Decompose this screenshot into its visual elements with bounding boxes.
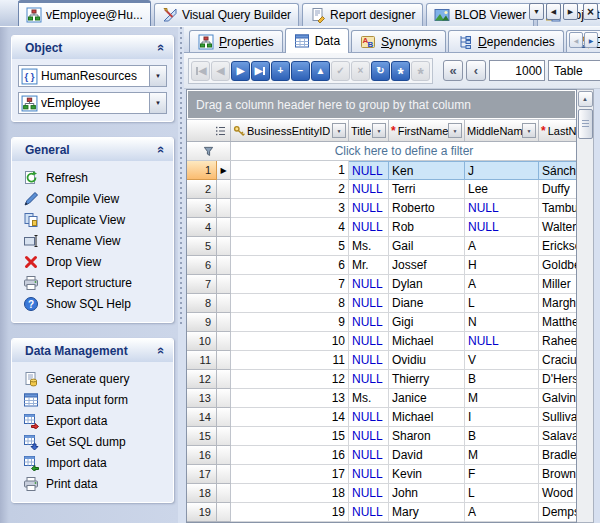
cell-lastname[interactable]: Cracium [539, 351, 577, 370]
cell-firstname[interactable]: Diane [389, 294, 465, 313]
cell-title[interactable]: NULL [349, 332, 389, 351]
cell-title[interactable]: NULL [349, 484, 389, 503]
cell-lastname[interactable]: Walters [539, 218, 577, 237]
row-number-cell[interactable]: 18 [187, 484, 217, 503]
cell-businessentityid[interactable]: 2 [231, 180, 349, 199]
cell-businessentityid[interactable]: 4 [231, 218, 349, 237]
cell-businessentityid[interactable]: 11 [231, 351, 349, 370]
sidebar-item-print-data[interactable]: Print data [15, 473, 171, 494]
cell-businessentityid[interactable]: 13 [231, 389, 349, 408]
collapse-chevron-icon[interactable]: « [154, 44, 169, 51]
cell-title[interactable]: NULL [349, 427, 389, 446]
row-number-cell[interactable]: 1 [187, 161, 217, 180]
last-record-button[interactable]: ▶ [251, 61, 270, 81]
cell-lastname[interactable]: Matthew [539, 313, 577, 332]
post-edit-button[interactable]: ✓ [331, 61, 350, 81]
column-header-title[interactable]: Title▼ [349, 120, 389, 141]
cell-firstname[interactable]: Sharon [389, 427, 465, 446]
cell-firstname[interactable]: Dylan [389, 275, 465, 294]
cell-lastname[interactable]: Galvin [539, 389, 577, 408]
cell-lastname[interactable]: Miller [539, 275, 577, 294]
sidebar-item-duplicate-view[interactable]: Duplicate View [15, 209, 171, 230]
cell-businessentityid[interactable]: 8 [231, 294, 349, 313]
column-filter-dropdown[interactable]: ▼ [332, 123, 346, 138]
column-header-businessentityid[interactable]: BusinessEntityID▼ [231, 120, 349, 141]
cell-firstname[interactable]: Terri [389, 180, 465, 199]
load-all-records-button[interactable]: « [443, 60, 463, 81]
cell-businessentityid[interactable]: 14 [231, 408, 349, 427]
cell-firstname[interactable]: Rob [389, 218, 465, 237]
cell-title[interactable]: NULL [349, 313, 389, 332]
vertical-scrollbar[interactable]: ▲ [577, 89, 594, 523]
scrollbar-thumb[interactable] [578, 109, 593, 139]
cell-lastname[interactable]: Duffy [539, 180, 577, 199]
schema-select[interactable]: { } HumanResources ▼ [18, 65, 167, 87]
cell-businessentityid[interactable]: 15 [231, 427, 349, 446]
cell-middlename[interactable]: F [465, 465, 539, 484]
window-tab-vemployee-hu[interactable]: vEmployee@Hu... [18, 0, 151, 26]
cell-title[interactable]: Mr. [349, 256, 389, 275]
cell-middlename[interactable]: I [465, 408, 539, 427]
row-number-cell[interactable]: 8 [187, 294, 217, 313]
cell-middlename[interactable]: NULL [465, 332, 539, 351]
object-panel-header[interactable]: Object « [12, 36, 173, 59]
next-tab-button[interactable]: ▶ [563, 3, 578, 20]
cell-firstname[interactable]: Thierry [389, 370, 465, 389]
tab-dependencies[interactable]: Dependencies [448, 30, 564, 52]
general-panel-header[interactable]: General « [12, 138, 173, 161]
edit-record-button[interactable]: ▲ [311, 61, 330, 81]
load-prev-page-button[interactable]: ‹ [466, 60, 486, 81]
delete-record-button[interactable]: − [291, 61, 310, 81]
cell-middlename[interactable]: B [465, 370, 539, 389]
sidebar-item-compile-view[interactable]: Compile View [15, 188, 171, 209]
cell-middlename[interactable]: NULL [465, 199, 539, 218]
cell-lastname[interactable]: Dempsey [539, 503, 577, 522]
cell-businessentityid[interactable]: 1 [231, 161, 349, 180]
cell-lastname[interactable]: Bradley [539, 446, 577, 465]
row-number-cell[interactable]: 16 [187, 446, 217, 465]
cell-businessentityid[interactable]: 9 [231, 313, 349, 332]
row-number-cell[interactable]: 14 [187, 408, 217, 427]
cell-title[interactable]: NULL [349, 408, 389, 427]
cell-title[interactable]: NULL [349, 199, 389, 218]
cell-middlename[interactable]: A [465, 503, 539, 522]
cell-lastname[interactable]: Raheem [539, 332, 577, 351]
sidebar-item-get-sql-dump[interactable]: Get SQL dump [15, 431, 171, 452]
tab-list-dropdown-button[interactable]: ▼ [529, 3, 544, 20]
chevron-down-icon[interactable]: ▼ [149, 66, 166, 86]
cell-lastname[interactable]: Wood [539, 484, 577, 503]
row-number-cell[interactable]: 17 [187, 465, 217, 484]
cell-middlename[interactable]: H [465, 256, 539, 275]
cell-lastname[interactable]: Brown [539, 465, 577, 484]
row-indicator-header[interactable] [187, 120, 231, 141]
cell-lastname[interactable]: Erickson [539, 237, 577, 256]
cell-title[interactable]: Ms. [349, 237, 389, 256]
cell-firstname[interactable]: Mary [389, 503, 465, 522]
cell-middlename[interactable]: NULL [465, 218, 539, 237]
column-filter-dropdown[interactable]: ▼ [522, 123, 536, 138]
cell-lastname[interactable]: Salavaria [539, 427, 577, 446]
sidebar-item-show-sql-help[interactable]: ?Show SQL Help [15, 293, 171, 314]
row-number-cell[interactable]: 13 [187, 389, 217, 408]
tab-data[interactable]: Data [285, 28, 349, 53]
cell-lastname[interactable]: Tamburello [539, 199, 577, 218]
row-number-cell[interactable]: 12 [187, 370, 217, 389]
filter-button[interactable] [187, 142, 231, 160]
cell-firstname[interactable]: Ovidiu [389, 351, 465, 370]
cell-middlename[interactable]: B [465, 427, 539, 446]
view-mode-select[interactable]: Table ▼ [548, 60, 600, 81]
cell-businessentityid[interactable]: 16 [231, 446, 349, 465]
cell-middlename[interactable]: J [465, 161, 539, 180]
cell-middlename[interactable]: L [465, 294, 539, 313]
cell-businessentityid[interactable]: 7 [231, 275, 349, 294]
cell-title[interactable]: NULL [349, 161, 389, 180]
column-header-lastname[interactable]: *LastName▼ [539, 120, 577, 141]
cell-firstname[interactable]: Roberto [389, 199, 465, 218]
cell-middlename[interactable]: M [465, 446, 539, 465]
record-limit-input[interactable] [489, 60, 545, 81]
row-number-cell[interactable]: 7 [187, 275, 217, 294]
view-select[interactable]: vEmployee ▼ [18, 92, 167, 114]
tab-synonyms[interactable]: ABSynonyms [351, 30, 446, 52]
cell-title[interactable]: Ms. [349, 389, 389, 408]
cell-firstname[interactable]: Michael [389, 332, 465, 351]
